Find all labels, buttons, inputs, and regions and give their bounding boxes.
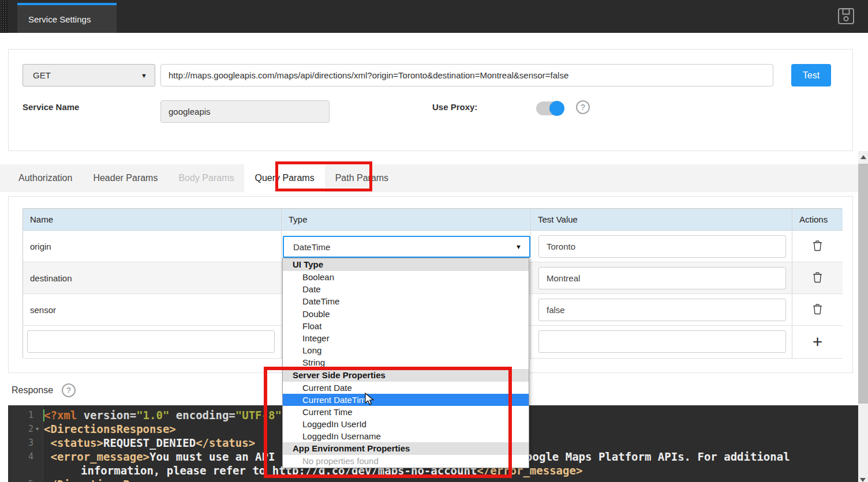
param-name-cell: destination bbox=[23, 262, 282, 294]
type-select-value: DateTime bbox=[293, 242, 330, 252]
response-label: Response bbox=[12, 385, 53, 396]
app-header: Service Settings bbox=[0, 0, 868, 33]
method-select[interactable]: GET ▼ bbox=[23, 64, 155, 86]
tab-body-params[interactable]: Body Params bbox=[168, 164, 244, 192]
service-settings-tab-label: Service Settings bbox=[28, 14, 91, 24]
service-settings-tab[interactable]: Service Settings bbox=[17, 3, 117, 33]
chevron-down-icon: ▼ bbox=[141, 72, 147, 79]
param-name-cell: origin bbox=[23, 231, 282, 262]
dropdown-option-current-date[interactable]: Current Date bbox=[283, 382, 529, 394]
code-line: <status>REQUEST_DENIED</status> bbox=[44, 436, 255, 450]
column-header-type: Type bbox=[282, 209, 531, 231]
dropdown-option-long[interactable]: Long bbox=[283, 344, 529, 356]
method-select-value: GET bbox=[33, 70, 51, 80]
panel-grip bbox=[0, 0, 8, 33]
type-select[interactable]: DateTime▼ bbox=[283, 236, 530, 258]
delete-row-button[interactable] bbox=[813, 240, 822, 253]
param-actions-cell bbox=[792, 231, 843, 262]
response-help-icon[interactable]: ? bbox=[62, 383, 76, 397]
line-number: 5 bbox=[8, 477, 33, 482]
params-tab-bar: AuthorizationHeader ParamsBody ParamsQue… bbox=[0, 164, 858, 192]
dropdown-option-float[interactable]: Float bbox=[283, 320, 529, 332]
param-actions-cell bbox=[792, 262, 843, 294]
editor-gutter: 12▾345 bbox=[8, 405, 43, 482]
delete-row-button[interactable] bbox=[813, 303, 822, 317]
dropdown-option-integer[interactable]: Integer bbox=[283, 332, 529, 344]
test-value-input[interactable] bbox=[538, 235, 786, 258]
tab-query-params[interactable]: Query Params bbox=[244, 164, 324, 192]
code-line: </DirectionsResponse> bbox=[44, 477, 182, 482]
dropdown-option-loggedin-username[interactable]: LoggedIn Username bbox=[283, 430, 529, 442]
service-name-label: Service Name bbox=[23, 102, 79, 112]
dropdown-option-date[interactable]: Date bbox=[283, 283, 529, 295]
tab-header-params[interactable]: Header Params bbox=[83, 164, 168, 192]
column-header-test-value: Test Value bbox=[531, 209, 792, 231]
dropdown-option-no-properties-found: No properties found bbox=[283, 455, 529, 467]
code-line: <DirectionsResponse> bbox=[44, 422, 176, 436]
line-number: 4 bbox=[8, 450, 33, 464]
request-form-panel: GET ▼ Test Service Name Use Proxy: ? bbox=[8, 49, 853, 151]
column-header-actions: Actions bbox=[792, 209, 843, 231]
save-icon bbox=[837, 7, 855, 27]
dropdown-option-loggedin-userid[interactable]: LoggedIn UserId bbox=[283, 418, 529, 430]
param-name-cell bbox=[23, 326, 282, 359]
line-number: 2 bbox=[8, 422, 33, 436]
dropdown-group-header-server-side-properties: Server Side Properties bbox=[283, 369, 529, 382]
new-param-name-input[interactable] bbox=[27, 330, 275, 353]
tab-authorization[interactable]: Authorization bbox=[8, 164, 83, 192]
dropdown-option-boolean[interactable]: Boolean bbox=[283, 271, 529, 283]
dropdown-option-current-time[interactable]: Current Time bbox=[283, 406, 529, 418]
tab-path-params[interactable]: Path Params bbox=[325, 164, 399, 192]
param-actions-cell bbox=[792, 294, 843, 326]
test-value-input[interactable] bbox=[538, 299, 786, 321]
dropdown-group-header-ui-type: UI Type bbox=[283, 258, 529, 271]
new-param-test-value-input[interactable] bbox=[538, 330, 786, 353]
dropdown-group-header-app-environment-properties: App Environment Properties bbox=[283, 442, 529, 455]
scrollbar-thumb[interactable] bbox=[858, 164, 868, 404]
param-test-value-cell bbox=[531, 262, 792, 294]
delete-row-button[interactable] bbox=[813, 272, 822, 285]
url-input[interactable] bbox=[160, 64, 773, 86]
use-proxy-toggle[interactable] bbox=[536, 101, 563, 115]
use-proxy-label: Use Proxy: bbox=[432, 102, 477, 112]
line-number: 3 bbox=[8, 436, 33, 450]
chevron-down-icon: ▼ bbox=[515, 243, 522, 250]
dropdown-option-current-datetime[interactable]: Current DateTime bbox=[283, 394, 529, 406]
param-name-cell: sensor bbox=[23, 294, 282, 326]
line-number: 1 bbox=[8, 408, 33, 422]
proxy-help-icon[interactable]: ? bbox=[576, 100, 590, 114]
dropdown-option-string[interactable]: String bbox=[283, 356, 529, 368]
dropdown-option-double[interactable]: Double bbox=[283, 308, 529, 320]
param-test-value-cell bbox=[531, 294, 792, 326]
scroll-down-icon[interactable] bbox=[860, 478, 866, 482]
param-actions-cell: + bbox=[792, 326, 843, 359]
param-test-value-cell bbox=[531, 326, 792, 359]
scroll-up-icon[interactable] bbox=[860, 155, 866, 159]
test-button[interactable]: Test bbox=[791, 64, 831, 86]
test-value-input[interactable] bbox=[538, 267, 786, 289]
vertical-scrollbar[interactable] bbox=[858, 151, 868, 482]
fold-arrow-icon[interactable]: ▾ bbox=[36, 422, 39, 436]
toggle-knob bbox=[549, 101, 564, 116]
type-dropdown-list: UI TypeBooleanDateDateTimeDoubleFloatInt… bbox=[282, 258, 529, 468]
code-line: <?xml version="1.0" encoding="UTF-8"?> bbox=[44, 408, 295, 422]
column-header-name: Name bbox=[23, 209, 282, 231]
save-button[interactable] bbox=[836, 7, 856, 27]
service-name-field[interactable] bbox=[160, 100, 330, 123]
add-row-button[interactable]: + bbox=[813, 333, 823, 351]
param-test-value-cell bbox=[531, 231, 792, 262]
dropdown-option-datetime[interactable]: DateTime bbox=[283, 295, 529, 307]
